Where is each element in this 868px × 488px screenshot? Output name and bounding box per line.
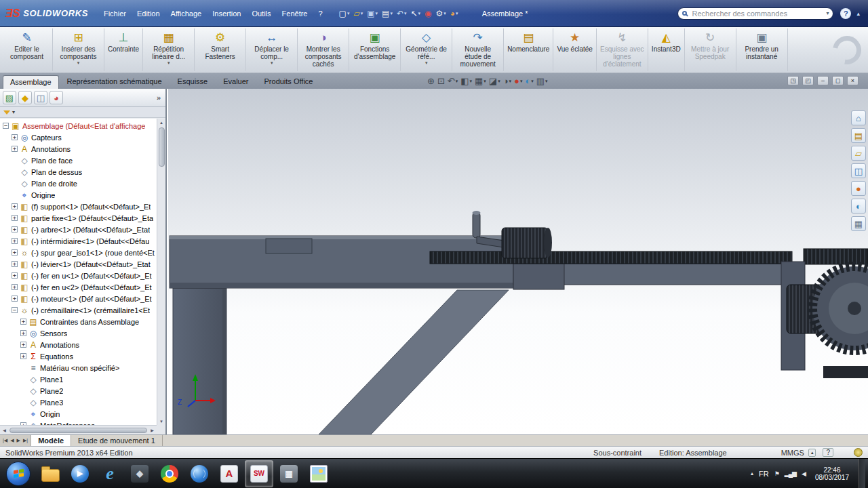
chevron-down-icon[interactable]: ▾ [167, 60, 170, 65]
save-icon[interactable]: ▣ ▾ [365, 8, 380, 19]
tab-nav-button[interactable]: |◀ [2, 438, 8, 443]
tree-item[interactable]: − ☼ (-) crémaillaire<1> (crémaillaire1<E… [0, 304, 157, 316]
tree-item[interactable]: ⌖ Origine [0, 189, 157, 201]
ribbon-button[interactable]: ↔ Déplacer le comp... ▾ [246, 28, 298, 71]
scroll-left-icon[interactable]: ◀ [1, 428, 8, 432]
featuremanager-tab-icon[interactable]: ▨ [3, 91, 16, 104]
graphics-viewport[interactable]: Z ⌂▤▱◫●◐▦ [168, 89, 868, 434]
select-arrow-icon[interactable]: ↖ ▾ [409, 8, 423, 19]
chevron-down-icon[interactable]: ▾ [484, 79, 486, 84]
tree-item[interactable]: + A Annotations [0, 143, 157, 155]
apply-scene-icon[interactable]: ◐ ▾ [525, 77, 533, 86]
expander-icon[interactable]: + [12, 226, 18, 232]
tree-item[interactable]: + ◧ (f) support<1> (Défaut<<Défaut>_Et [0, 201, 157, 212]
ribbon-button[interactable]: ◇ Géométrie de réfé... ▾ [401, 28, 452, 71]
tree-item[interactable]: + ◈ MateReferences [0, 420, 157, 425]
scroll-right-icon[interactable]: ▶ [149, 428, 156, 432]
cascade-window-icon[interactable]: ◳ [787, 76, 799, 85]
zoom-fit-icon[interactable]: ⊕ ▾ [427, 77, 435, 86]
tree-filter-bar[interactable]: ▾ [0, 107, 165, 118]
chevron-down-icon[interactable]: ▾ [520, 79, 523, 84]
custom-properties-icon[interactable]: ▦ [851, 216, 866, 231]
design-library-icon[interactable]: ▤ [851, 128, 866, 143]
start-button[interactable] [6, 462, 31, 486]
panel-overflow-icon[interactable]: » [155, 94, 163, 102]
chevron-down-icon[interactable]: ▾ [418, 11, 421, 16]
chevron-down-icon[interactable]: ▾ [361, 11, 363, 16]
clock[interactable]: 22:46 08/03/2017 [811, 466, 853, 481]
chrome-icon[interactable] [155, 460, 184, 487]
expander-icon[interactable]: + [20, 353, 26, 359]
chevron-down-icon[interactable]: ▾ [347, 11, 350, 16]
resources-icon[interactable]: ⌂ [851, 110, 866, 125]
chevron-down-icon[interactable]: ▾ [77, 60, 80, 65]
command-tab[interactable]: Représentation schématique [60, 75, 170, 89]
expander-icon[interactable]: + [12, 272, 18, 279]
expander-icon[interactable]: + [12, 261, 18, 267]
status-help-icon[interactable]: ? [823, 448, 833, 457]
model-tab[interactable]: Etude de mouvement 1 [71, 435, 163, 446]
view-orientation-icon[interactable]: ▦ ▾ [475, 77, 486, 86]
ribbon-button[interactable]: ▤ Nomenclature ▾ [504, 28, 553, 71]
tree-item[interactable]: + ◧ partie fixe<1> (Défaut<<Défaut>_Eta [0, 212, 157, 224]
tree-item[interactable]: + ◎ Sensors [0, 327, 157, 339]
photo-viewer-icon[interactable] [304, 460, 333, 487]
chevron-down-icon[interactable]: ▾ [531, 79, 534, 84]
chevron-down-icon[interactable]: ▾ [456, 79, 458, 84]
ribbon-button[interactable]: ◭ Instant3D ▾ [648, 28, 685, 71]
units-label[interactable]: MMGS [781, 449, 804, 457]
displaymanager-tab-icon[interactable]: ◕ [50, 91, 63, 104]
menu-item[interactable]: Outils [247, 7, 275, 20]
menu-item[interactable]: Fichier [99, 7, 131, 20]
chevron-down-icon[interactable]: ▾ [425, 60, 428, 65]
units-dropdown-icon[interactable]: ▴ [808, 449, 816, 457]
edrawings-globe-icon[interactable] [185, 460, 214, 487]
ribbon-button[interactable]: ▣ Prendre un instantané ▾ [736, 28, 788, 71]
menu-item[interactable]: ? [313, 7, 327, 20]
command-tab[interactable]: Produits Office [257, 75, 321, 89]
tree-item[interactable]: + ◎ Capteurs [0, 131, 157, 143]
expander-icon[interactable]: + [12, 203, 18, 209]
tile-window-icon[interactable]: ◰ [802, 76, 814, 85]
ribbon-button[interactable]: ▣ Fonctions d'assemblage ▾ [349, 28, 401, 71]
expander-icon[interactable]: − [3, 123, 9, 129]
chevron-down-icon[interactable]: ▾ [509, 79, 512, 84]
chevron-down-icon[interactable]: ▾ [390, 11, 393, 16]
undo-icon[interactable]: ↶ ▾ [395, 8, 409, 19]
ribbon-button[interactable]: ⚙ Smart Fasteners ▾ [195, 28, 246, 71]
chevron-down-icon[interactable]: ▾ [545, 79, 548, 84]
print-icon[interactable]: ▤ ▾ [380, 8, 395, 19]
tree-item[interactable]: − ▣ Assemblage (Défaut<Etat d'affichage [0, 120, 157, 131]
solidworks-icon[interactable]: SW [245, 460, 273, 487]
media-player-icon[interactable]: ▶ [66, 460, 94, 487]
tree-vertical-scrollbar[interactable]: ▲ ▼ [157, 119, 165, 425]
zoom-area-icon[interactable]: ⊡ ▾ [437, 77, 445, 86]
edit-appearance-icon[interactable]: ● ▾ [514, 77, 522, 86]
internet-explorer-icon[interactable]: e [96, 460, 124, 487]
appearances-icon[interactable]: ● [851, 181, 866, 196]
menu-item[interactable]: Affichage [166, 7, 207, 20]
view-settings-icon[interactable]: ▥ ▾ [536, 77, 548, 86]
tree-item[interactable]: ⌖ Origin [0, 408, 157, 420]
support-column[interactable] [173, 288, 226, 434]
hide-show-icon[interactable]: ◑ ▾ [503, 77, 511, 86]
open-icon[interactable]: ▱ ▾ [351, 8, 365, 19]
tree-item[interactable]: + Σ Equations [0, 350, 157, 362]
expander-icon[interactable]: + [12, 284, 18, 290]
tree-item[interactable]: ◇ Plane3 [0, 396, 157, 408]
tree-item[interactable]: + ◧ (-) fer en u<2> (Défaut<<Défaut>_Et [0, 281, 157, 293]
expander-icon[interactable]: + [20, 330, 26, 336]
tree-item[interactable]: ◇ Plane2 [0, 385, 157, 396]
gear-rack[interactable] [430, 251, 792, 264]
previous-view-icon[interactable]: ↶ ▾ [448, 77, 458, 86]
expander-icon[interactable]: + [12, 296, 18, 302]
ribbon-button[interactable]: ✎ Editer le composant ▾ [1, 28, 53, 71]
menu-item[interactable]: Fenêtre [277, 7, 313, 20]
scroll-up-icon[interactable]: ▲ [159, 119, 163, 126]
section-view-icon[interactable]: ◧ ▾ [460, 77, 472, 86]
utility-icon[interactable]: ▦ [275, 460, 303, 487]
chevron-down-icon[interactable]: ▾ [443, 11, 446, 16]
expander-icon[interactable]: + [12, 215, 18, 221]
scroll-down-icon[interactable]: ▼ [159, 418, 163, 425]
search-input[interactable] [690, 9, 823, 18]
